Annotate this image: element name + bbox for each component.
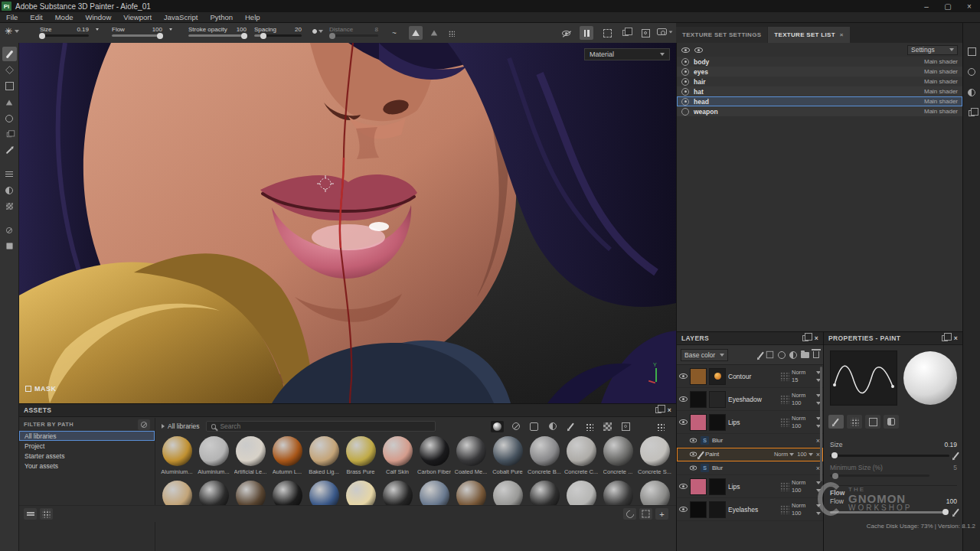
layer-visibility-icon[interactable] bbox=[679, 507, 688, 512]
shader-settings-icon[interactable] bbox=[965, 65, 978, 79]
add-paint-layer-icon[interactable] bbox=[758, 351, 764, 358]
asset-item[interactable] bbox=[232, 481, 269, 505]
close-panel-icon[interactable]: × bbox=[954, 334, 958, 342]
close-button[interactable]: × bbox=[959, 0, 980, 12]
dock-icon[interactable] bbox=[942, 335, 948, 341]
effect-name[interactable]: Paint bbox=[705, 451, 771, 458]
texture-set-row-body[interactable]: body Main shader bbox=[677, 57, 962, 67]
opacity-dropdown[interactable]: 100 bbox=[797, 451, 813, 458]
shader-link[interactable]: Main shader bbox=[924, 78, 958, 85]
layer-thumbnail[interactable] bbox=[690, 391, 707, 408]
brush-preset-dropdown[interactable]: ✳ bbox=[5, 26, 19, 37]
erase-tool-icon[interactable] bbox=[2, 63, 17, 77]
asset-thumbnail[interactable] bbox=[383, 436, 413, 466]
grid-view-icon[interactable] bbox=[654, 421, 667, 432]
asset-item[interactable] bbox=[379, 481, 416, 505]
mirror-symmetry-icon[interactable] bbox=[427, 26, 441, 40]
layer-name[interactable]: Eyeshadow bbox=[728, 396, 778, 403]
alpha-tab-icon[interactable] bbox=[847, 415, 862, 429]
library-starter-assets[interactable]: Starter assets bbox=[19, 451, 155, 461]
asset-item[interactable] bbox=[342, 481, 379, 505]
asset-thumbnail[interactable] bbox=[456, 436, 486, 466]
asset-item[interactable]: Autumn L... bbox=[269, 436, 305, 481]
minimum-size-property[interactable]: Minimum Size (%) 5 bbox=[830, 464, 957, 477]
asset-item[interactable]: Aluminium... bbox=[195, 436, 232, 481]
tab-texture-set-list[interactable]: TEXTURE SET LIST × bbox=[768, 27, 849, 43]
size-pressure-icon[interactable] bbox=[953, 452, 959, 458]
refresh-assets-icon[interactable] bbox=[623, 508, 636, 520]
layer-row-eyelashes[interactable]: Eyelashes Norm 100 bbox=[677, 498, 823, 521]
lazy-mouse-icon[interactable]: ~ bbox=[387, 26, 401, 40]
layer-mask-thumbnail[interactable] bbox=[709, 501, 726, 518]
stroke-mode-dropdown[interactable] bbox=[312, 29, 323, 34]
shader-link[interactable]: Main shader bbox=[924, 98, 958, 105]
asset-item[interactable]: Calf Skin bbox=[379, 436, 416, 481]
viewport-3d[interactable]: Material MASK Y bbox=[19, 43, 676, 403]
asset-item[interactable] bbox=[269, 481, 305, 505]
shader-link[interactable]: Main shader bbox=[924, 108, 958, 115]
asset-thumbnail[interactable] bbox=[199, 436, 229, 466]
add-smart-material-icon[interactable] bbox=[778, 351, 786, 359]
library-project[interactable]: Project bbox=[19, 441, 155, 451]
layer-visibility-icon[interactable] bbox=[679, 373, 688, 379]
export-assets-icon[interactable] bbox=[639, 508, 652, 520]
asset-item[interactable] bbox=[158, 481, 195, 505]
asset-item[interactable] bbox=[416, 481, 452, 505]
texture-set-row-weapon[interactable]: weapon Main shader bbox=[677, 106, 962, 116]
effect-name[interactable]: Blur bbox=[712, 437, 813, 444]
stroke-falloff-preview[interactable] bbox=[830, 350, 897, 406]
clear-filter-icon[interactable] bbox=[138, 419, 150, 430]
hide-ui-icon[interactable] bbox=[559, 26, 573, 40]
asset-search[interactable] bbox=[206, 421, 436, 432]
tab-texture-set-settings[interactable]: TEXTURE SET SETTINGS bbox=[676, 27, 767, 43]
add-mask-icon[interactable] bbox=[789, 351, 797, 359]
camera-icon[interactable] bbox=[657, 28, 673, 35]
flow-property[interactable]: Flow 100 bbox=[830, 497, 957, 516]
asset-item[interactable]: Cobalt Pure bbox=[489, 436, 526, 481]
fullscreen-viewport-icon[interactable] bbox=[600, 26, 614, 40]
effect-row-blur[interactable]: S Blur × bbox=[677, 434, 823, 448]
asset-item[interactable]: Brass Pure bbox=[342, 436, 379, 481]
shader-link[interactable]: Main shader bbox=[924, 58, 958, 65]
fill-badge-icon[interactable] bbox=[709, 368, 726, 385]
asset-thumbnail[interactable] bbox=[420, 436, 449, 466]
asset-item[interactable]: Concrete ... bbox=[599, 436, 636, 481]
effect-visibility-icon[interactable] bbox=[690, 452, 697, 457]
layer-mask-thumbnail[interactable] bbox=[709, 478, 726, 495]
polygon-fill-tool-icon[interactable] bbox=[2, 95, 17, 109]
blend-mode-dropdown[interactable]: Norm bbox=[792, 369, 821, 376]
asset-thumbnail[interactable] bbox=[640, 436, 670, 466]
brush-tab-icon[interactable] bbox=[828, 415, 844, 429]
visibility-icon[interactable] bbox=[681, 58, 689, 66]
asset-item[interactable]: Artificial Le... bbox=[232, 436, 269, 481]
visibility-icon[interactable] bbox=[681, 88, 689, 96]
effect-row-paint[interactable]: Paint Norm 100 × bbox=[677, 448, 823, 461]
visibility-icon[interactable] bbox=[681, 98, 689, 106]
visibility-icon[interactable] bbox=[681, 78, 689, 86]
layer-thumbnail[interactable] bbox=[690, 501, 707, 518]
layer-name[interactable]: Eyelashes bbox=[728, 506, 778, 514]
flow-slider[interactable]: Flow100 bbox=[112, 26, 162, 37]
layer-visibility-icon[interactable] bbox=[679, 484, 688, 489]
stencil-tab-icon[interactable] bbox=[865, 415, 880, 429]
display-settings-icon[interactable] bbox=[965, 44, 978, 58]
dock-icon[interactable] bbox=[655, 407, 662, 413]
layer-thumbnail[interactable] bbox=[690, 368, 707, 385]
close-panel-icon[interactable]: × bbox=[815, 334, 818, 342]
layer-name[interactable]: Lips bbox=[728, 483, 778, 491]
asset-thumbnail[interactable] bbox=[567, 436, 596, 466]
size-slider[interactable]: Size0.19 bbox=[40, 26, 89, 37]
menu-edit[interactable]: Edit bbox=[24, 13, 48, 21]
blend-mode-dropdown[interactable]: Norm bbox=[792, 392, 821, 399]
spacing-slider[interactable]: Spacing20 bbox=[254, 26, 302, 37]
axis-gizmo[interactable]: Y bbox=[648, 365, 665, 385]
channel-dropdown[interactable]: Base color bbox=[681, 349, 728, 361]
layer-thumbnail[interactable] bbox=[690, 478, 707, 495]
asset-thumbnail[interactable] bbox=[273, 436, 302, 466]
asset-thumbnail[interactable] bbox=[236, 436, 266, 466]
flow-pressure-icon[interactable] bbox=[953, 508, 959, 515]
layer-row-lips-2[interactable]: Lips Norm 100 bbox=[677, 475, 823, 498]
asset-thumbnail[interactable] bbox=[162, 436, 192, 466]
minimize-button[interactable]: – bbox=[916, 0, 937, 12]
opacity-dropdown[interactable]: 100 bbox=[792, 422, 821, 429]
